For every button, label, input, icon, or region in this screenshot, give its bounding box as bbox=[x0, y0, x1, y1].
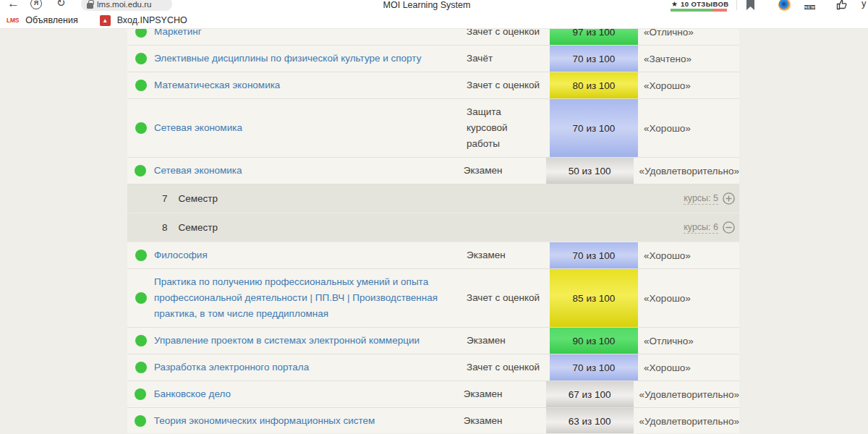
rating-bar-positive bbox=[671, 9, 712, 12]
score-cell: 67 из 100 bbox=[546, 381, 634, 407]
course-row: Управление проектом в системах электронн… bbox=[127, 328, 739, 354]
grade-cell: «Хорошо» bbox=[638, 293, 739, 304]
status-dot-icon bbox=[135, 29, 147, 38]
course-name-link[interactable]: Философия bbox=[154, 242, 467, 268]
course-name-link[interactable]: Управление проектом в системах электронн… bbox=[154, 328, 467, 354]
rating-bar bbox=[671, 9, 727, 12]
course-name-link[interactable]: Банковское дело bbox=[154, 381, 464, 407]
status-dot-icon bbox=[135, 415, 146, 427]
exam-type-cell: Экзамен bbox=[467, 242, 550, 268]
lms-favicon: LMS bbox=[7, 17, 19, 24]
exam-type-cell: Зачёт bbox=[467, 46, 550, 72]
semester-courses-toggle[interactable]: курсы: 6 bbox=[684, 221, 735, 234]
grades-table: МаркетингЗачет с оценкой97 из 100«Отличн… bbox=[127, 29, 739, 433]
page-title: MOI Learning System bbox=[383, 0, 471, 10]
grade-cell: «Отлично» bbox=[638, 29, 739, 38]
grade-cell: «Удовлетворительно» bbox=[634, 389, 739, 400]
course-name-link[interactable]: Сетевая экономика bbox=[154, 115, 467, 141]
yandex-browser-icon[interactable]: Я bbox=[30, 0, 42, 9]
exam-type-cell: Зачет с оценкой bbox=[467, 285, 550, 311]
grade-cell: «Хорошо» bbox=[638, 80, 739, 91]
score-cell: 70 из 100 bbox=[550, 99, 638, 157]
emblem-favicon: ▲ bbox=[100, 15, 111, 26]
status-dot-icon bbox=[135, 388, 146, 400]
semester-row: 8Семестркурсы: 6 bbox=[127, 213, 739, 242]
exam-type-cell: Зачет с оценкой bbox=[467, 29, 550, 45]
toolbar-divider bbox=[736, 0, 737, 10]
status-icon-cell bbox=[127, 72, 154, 98]
status-icon-cell bbox=[127, 269, 154, 327]
score-cell: 70 из 100 bbox=[550, 242, 638, 268]
semester-label: Семестр bbox=[179, 193, 218, 204]
score-cell: 70 из 100 bbox=[550, 46, 638, 72]
grade-cell: «Хорошо» bbox=[638, 250, 739, 261]
refresh-icon[interactable]: ↻ bbox=[56, 0, 66, 9]
address-bar[interactable]: lms.moi.edu.ru bbox=[81, 0, 172, 11]
grade-cell: «Удовлетворительно» bbox=[634, 416, 739, 427]
grade-cell: «Хорошо» bbox=[638, 362, 739, 373]
score-cell: 63 из 100 bbox=[546, 408, 634, 433]
url-text[interactable]: lms.moi.edu.ru bbox=[97, 0, 151, 9]
bookmarks-bar: LMS Объявления ▲ Вход.INPSYCHO bbox=[0, 12, 868, 29]
course-name-link[interactable]: Элективные дисциплины по физической куль… bbox=[154, 46, 467, 72]
status-icon-cell bbox=[127, 408, 154, 433]
status-icon-cell bbox=[127, 158, 154, 184]
exam-type-cell: Экзамен bbox=[464, 381, 546, 407]
course-name-link[interactable]: Разработка электронного портала bbox=[154, 354, 467, 380]
exam-type-cell: Зачет с оценкой bbox=[467, 72, 550, 98]
course-row: Разработка электронного порталаЗачет с о… bbox=[127, 354, 739, 381]
score-cell: 50 из 100 bbox=[546, 158, 634, 184]
course-name-link[interactable]: Математическая экономика bbox=[154, 72, 467, 98]
exam-type-cell: Экзамен bbox=[467, 328, 550, 354]
course-row: Математическая экономикаЗачет с оценкой8… bbox=[127, 72, 739, 99]
bookmark-login[interactable]: ▲ Вход.INPSYCHO bbox=[78, 15, 187, 26]
course-row: МаркетингЗачет с оценкой97 из 100«Отличн… bbox=[127, 29, 739, 46]
thumbs-up-icon[interactable] bbox=[836, 0, 848, 10]
exam-type-cell: Защита курсовой работы bbox=[467, 99, 550, 157]
courses-count-link[interactable]: курсы: 5 bbox=[684, 193, 718, 205]
course-name-link[interactable]: Теория экономических информационных сист… bbox=[154, 408, 464, 433]
bookmark-flag-icon[interactable] bbox=[746, 0, 754, 10]
collapse-minus-icon[interactable] bbox=[723, 221, 735, 234]
status-dot-icon bbox=[135, 53, 147, 64]
page-content: МаркетингЗачет с оценкой97 из 100«Отличн… bbox=[0, 29, 868, 433]
status-icon-cell bbox=[127, 99, 154, 157]
status-dot-icon bbox=[135, 292, 147, 304]
reviews-label: 10 отзывов bbox=[681, 0, 729, 8]
semester-courses-toggle[interactable]: курсы: 5 bbox=[684, 192, 735, 205]
exam-type-cell: Зачет с оценкой bbox=[467, 354, 550, 380]
course-name-link[interactable]: Сетевая экономика bbox=[154, 158, 464, 184]
grade-cell: «Зачтено» bbox=[638, 54, 739, 64]
clipped-edge-icon: y bbox=[861, 0, 867, 9]
status-dot-icon bbox=[135, 335, 147, 346]
course-row: ФилософияЭкзамен70 из 100«Хорошо» bbox=[127, 242, 739, 269]
semester-number: 8 bbox=[162, 222, 168, 233]
new-extension-icon[interactable]: NEW bbox=[804, 0, 819, 9]
browser-toolbar: ← Я ↻ lms.moi.edu.ru MOI Learning System… bbox=[0, 0, 868, 12]
back-icon[interactable]: ← bbox=[7, 0, 20, 11]
status-dot-icon bbox=[135, 165, 146, 176]
status-dot-icon bbox=[135, 362, 147, 373]
grade-cell: «Отлично» bbox=[638, 336, 739, 346]
expand-plus-icon[interactable] bbox=[723, 192, 735, 205]
status-dot-icon bbox=[135, 250, 147, 261]
course-row: Сетевая экономикаЭкзамен50 из 100«Удовле… bbox=[127, 158, 739, 184]
courses-count-link[interactable]: курсы: 6 bbox=[684, 222, 718, 234]
status-icon-cell bbox=[127, 242, 154, 268]
bookmark-announcements[interactable]: LMS Объявления bbox=[0, 15, 78, 25]
score-cell: 70 из 100 bbox=[550, 354, 638, 380]
extension-sphere-icon[interactable] bbox=[778, 0, 791, 11]
course-row: Элективные дисциплины по физической куль… bbox=[127, 46, 739, 72]
star-icon: ★ bbox=[671, 0, 678, 8]
site-reviews-button[interactable]: ★ 10 отзывов bbox=[671, 0, 729, 8]
semester-label: Семестр bbox=[179, 222, 218, 233]
score-cell: 90 из 100 bbox=[550, 328, 638, 354]
course-name-link[interactable]: Маркетинг bbox=[154, 29, 467, 45]
course-row: Банковское делоЭкзамен67 из 100«Удовлетв… bbox=[127, 381, 739, 408]
score-cell: 97 из 100 bbox=[550, 29, 638, 45]
status-dot-icon bbox=[135, 122, 147, 134]
course-row: Теория экономических информационных сист… bbox=[127, 408, 739, 433]
course-name-link[interactable]: Практика по получению профессиональных у… bbox=[154, 269, 467, 327]
lock-icon bbox=[87, 3, 93, 9]
semester-number: 7 bbox=[162, 193, 168, 204]
